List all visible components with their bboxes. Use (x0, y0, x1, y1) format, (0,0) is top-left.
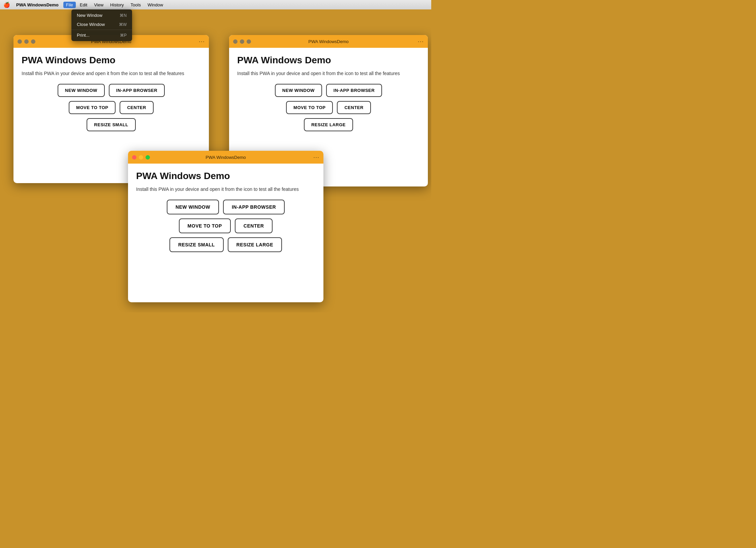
menu-item-print-label: Print... (77, 33, 90, 38)
menubar-tools[interactable]: Tools (128, 2, 144, 8)
window-1-button-row-3: RESIZE SMALL (22, 118, 201, 131)
window-1-resize-small-button[interactable]: RESIZE SMALL (87, 118, 135, 131)
window-3-resize-large-button[interactable]: RESIZE LARGE (228, 237, 282, 252)
window-3-heading: PWA Windows Demo (136, 170, 315, 182)
pwa-window-3: PWA WindowsDemo ··· PWA Windows Demo Ins… (128, 151, 323, 302)
window-3-close-button[interactable] (132, 155, 136, 160)
desktop: PWA WindowsDemo ··· PWA Windows Demo Ins… (0, 9, 431, 312)
window-1-minimize-button[interactable] (24, 39, 29, 44)
window-2-more-options[interactable]: ··· (418, 38, 424, 45)
file-dropdown-menu: New Window ⌘N Close Window ⌘W Print... ⌘… (71, 9, 132, 41)
window-2-move-to-top-button[interactable]: MOVE TO TOP (286, 101, 333, 114)
window-3-button-row-3: RESIZE SMALL RESIZE LARGE (136, 237, 315, 252)
window-2-fullscreen-button[interactable] (247, 39, 251, 44)
window-2-traffic-lights (233, 39, 251, 44)
menu-item-new-window[interactable]: New Window ⌘N (71, 11, 132, 20)
window-2-button-row-1: NEW WINDOW IN-APP BROWSER (237, 84, 420, 97)
window-1-close-button[interactable] (18, 39, 22, 44)
window-3-content: PWA Windows Demo Install this PWA in you… (128, 164, 323, 302)
menu-item-close-window-label: Close Window (77, 22, 105, 27)
window-3-description: Install this PWA in your device and open… (136, 186, 315, 193)
window-3-in-app-browser-button[interactable]: IN-APP BROWSER (223, 200, 285, 214)
window-1-center-button[interactable]: CENTER (120, 101, 153, 114)
window-3-button-row-1: NEW WINDOW IN-APP BROWSER (136, 200, 315, 214)
menubar-file[interactable]: File (63, 2, 76, 8)
menubar: 🍎 PWA WindowsDemo File Edit View History… (0, 0, 431, 9)
window-2-button-grid: NEW WINDOW IN-APP BROWSER MOVE TO TOP CE… (237, 84, 420, 131)
menu-item-new-window-label: New Window (77, 13, 102, 18)
window-1-move-to-top-button[interactable]: MOVE TO TOP (69, 101, 116, 114)
window-3-more-options[interactable]: ··· (313, 154, 319, 161)
window-3-title: PWA WindowsDemo (206, 155, 246, 160)
window-1-fullscreen-button[interactable] (31, 39, 35, 44)
menu-item-print-shortcut: ⌘P (120, 33, 127, 38)
window-3-minimize-button[interactable] (139, 155, 143, 160)
window-3-new-window-button[interactable]: NEW WINDOW (167, 200, 219, 214)
window-3-resize-small-button[interactable]: RESIZE SMALL (169, 237, 224, 252)
menubar-window[interactable]: Window (145, 2, 166, 8)
window-3-button-grid: NEW WINDOW IN-APP BROWSER MOVE TO TOP CE… (136, 200, 315, 252)
menu-item-close-window[interactable]: Close Window ⌘W (71, 20, 132, 29)
window-2-description: Install this PWA in your device and open… (237, 70, 420, 77)
window-3-traffic-lights (132, 155, 150, 160)
menubar-edit[interactable]: Edit (77, 2, 90, 8)
window-2-button-row-3: RESIZE LARGE (237, 118, 420, 131)
window-2-button-row-2: MOVE TO TOP CENTER (237, 101, 420, 114)
window-1-in-app-browser-button[interactable]: IN-APP BROWSER (109, 84, 165, 97)
menu-separator (71, 30, 132, 30)
window-2-center-button[interactable]: CENTER (337, 101, 371, 114)
window-1-button-row-1: NEW WINDOW IN-APP BROWSER (22, 84, 201, 97)
menubar-history[interactable]: History (107, 2, 126, 8)
menubar-view[interactable]: View (91, 2, 106, 8)
window-1-button-grid: NEW WINDOW IN-APP BROWSER MOVE TO TOP CE… (22, 84, 201, 131)
window-3-fullscreen-button[interactable] (146, 155, 150, 160)
window-3-center-button[interactable]: CENTER (235, 218, 273, 233)
window-3-move-to-top-button[interactable]: MOVE TO TOP (179, 218, 231, 233)
window-3-button-row-2: MOVE TO TOP CENTER (136, 218, 315, 233)
window-3-titlebar: PWA WindowsDemo ··· (128, 151, 323, 164)
app-name[interactable]: PWA WindowsDemo (13, 2, 61, 8)
menu-item-new-window-shortcut: ⌘N (120, 13, 127, 18)
window-1-new-window-button[interactable]: NEW WINDOW (58, 84, 105, 97)
window-2-titlebar: PWA WindowsDemo ··· (229, 35, 428, 48)
window-1-more-options[interactable]: ··· (199, 38, 205, 45)
menu-item-print[interactable]: Print... ⌘P (71, 31, 132, 40)
apple-menu-icon[interactable]: 🍎 (3, 1, 11, 9)
window-2-heading: PWA Windows Demo (237, 55, 420, 66)
window-1-button-row-2: MOVE TO TOP CENTER (22, 101, 201, 114)
window-1-heading: PWA Windows Demo (22, 55, 201, 66)
window-2-minimize-button[interactable] (240, 39, 244, 44)
window-2-resize-large-button[interactable]: RESIZE LARGE (304, 118, 353, 131)
menu-item-close-window-shortcut: ⌘W (119, 22, 127, 27)
window-2-title: PWA WindowsDemo (308, 39, 348, 44)
window-1-description: Install this PWA in your device and open… (22, 70, 201, 77)
window-1-traffic-lights (18, 39, 35, 44)
window-2-close-button[interactable] (233, 39, 238, 44)
window-2-in-app-browser-button[interactable]: IN-APP BROWSER (326, 84, 382, 97)
window-2-new-window-button[interactable]: NEW WINDOW (275, 84, 322, 97)
